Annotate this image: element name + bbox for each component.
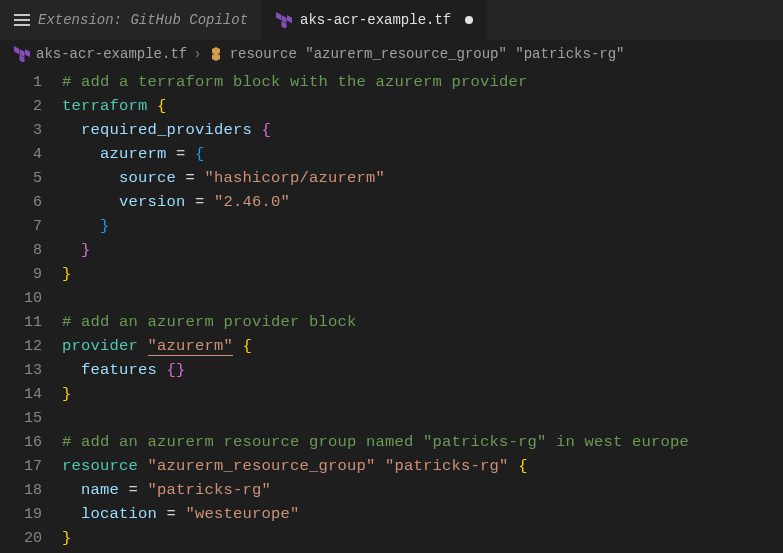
code-line: 18 name = "patricks-rg"	[0, 478, 783, 502]
breadcrumb[interactable]: aks-acr-example.tf › resource "azurerm_r…	[0, 40, 783, 68]
line-number: 2	[0, 98, 62, 115]
tab-label: Extension: GitHub Copilot	[38, 12, 248, 28]
line-number: 20	[0, 530, 62, 547]
code-line: 12provider "azurerm" {	[0, 334, 783, 358]
line-number: 3	[0, 122, 62, 139]
code-line: 19 location = "westeurope"	[0, 502, 783, 526]
line-number: 5	[0, 170, 62, 187]
terraform-icon	[276, 12, 292, 28]
code-line: 20}	[0, 526, 783, 550]
code-line: 6 version = "2.46.0"	[0, 190, 783, 214]
line-number: 7	[0, 218, 62, 235]
code-line: 14}	[0, 382, 783, 406]
code-line: 11# add an azurerm provider block	[0, 310, 783, 334]
code-line: 4 azurerm = {	[0, 142, 783, 166]
line-number: 10	[0, 290, 62, 307]
line-number: 19	[0, 506, 62, 523]
line-number: 12	[0, 338, 62, 355]
line-number: 16	[0, 434, 62, 451]
line-number: 15	[0, 410, 62, 427]
terraform-icon	[14, 46, 30, 62]
code-line: 5 source = "hashicorp/azurerm"	[0, 166, 783, 190]
line-number: 11	[0, 314, 62, 331]
menu-icon	[14, 14, 30, 26]
breadcrumb-file: aks-acr-example.tf	[36, 46, 187, 62]
chevron-right-icon: ›	[193, 46, 201, 62]
line-number: 8	[0, 242, 62, 259]
line-number: 9	[0, 266, 62, 283]
line-number: 6	[0, 194, 62, 211]
tab-label: aks-acr-example.tf	[300, 12, 451, 28]
breadcrumb-symbol: resource "azurerm_resource_group" "patri…	[230, 46, 625, 62]
code-editor[interactable]: 1# add a terraform block with the azurer…	[0, 68, 783, 550]
code-line: 16# add an azurerm resource group named …	[0, 430, 783, 454]
code-line: 3 required_providers {	[0, 118, 783, 142]
line-number: 13	[0, 362, 62, 379]
code-line: 8 }	[0, 238, 783, 262]
line-number: 14	[0, 386, 62, 403]
line-number: 1	[0, 74, 62, 91]
line-number: 17	[0, 458, 62, 475]
line-number: 18	[0, 482, 62, 499]
code-line: 10	[0, 286, 783, 310]
code-line: 1# add a terraform block with the azurer…	[0, 70, 783, 94]
tab-aks-acr-example[interactable]: aks-acr-example.tf	[262, 0, 487, 40]
line-number: 4	[0, 146, 62, 163]
code-line: 15	[0, 406, 783, 430]
symbol-icon	[208, 46, 224, 62]
tab-extension-copilot[interactable]: Extension: GitHub Copilot	[0, 0, 262, 40]
modified-indicator-icon	[465, 16, 473, 24]
code-line: 13 features {}	[0, 358, 783, 382]
code-line: 2terraform {	[0, 94, 783, 118]
code-line: 7 }	[0, 214, 783, 238]
tab-bar: Extension: GitHub Copilot aks-acr-exampl…	[0, 0, 783, 40]
code-line: 17resource "azurerm_resource_group" "pat…	[0, 454, 783, 478]
code-line: 9}	[0, 262, 783, 286]
